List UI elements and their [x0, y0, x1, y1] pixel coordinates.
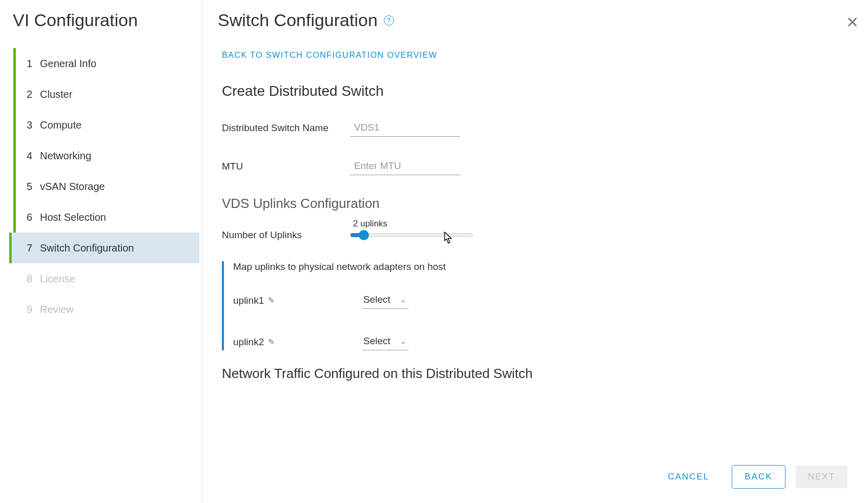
- vds-uplinks-title: VDS Uplinks Configuration: [222, 196, 848, 212]
- edit-icon[interactable]: ✎: [268, 337, 275, 347]
- step-number: 9: [27, 304, 40, 316]
- step-label: Review: [40, 304, 74, 316]
- step-general-info[interactable]: 1 General Info: [16, 48, 202, 79]
- uplink2-row: uplink2 ✎ Select ⌄: [233, 333, 848, 350]
- edit-icon[interactable]: ✎: [268, 296, 275, 305]
- uplink2-select[interactable]: Select ⌄: [362, 333, 408, 350]
- step-host-selection[interactable]: 6 Host Selection: [16, 202, 202, 233]
- step-networking[interactable]: 4 Networking: [16, 140, 202, 171]
- back-button[interactable]: BACK: [732, 465, 785, 489]
- uplink2-name: uplink2 ✎: [233, 337, 362, 348]
- step-number: 1: [27, 58, 40, 70]
- uplink1-name: uplink1 ✎: [233, 295, 362, 306]
- slider-thumb[interactable]: [359, 230, 369, 240]
- page-header: Switch Configuration ?: [218, 10, 848, 30]
- uplinks-row: Number of Uplinks 2 uplinks: [222, 229, 848, 241]
- uplinks-slider[interactable]: 2 uplinks: [350, 233, 473, 237]
- step-switch-configuration[interactable]: 7 Switch Configuration: [12, 233, 199, 263]
- ds-name-label: Distributed Switch Name: [222, 122, 350, 134]
- step-label: Networking: [40, 150, 91, 162]
- step-label: vSAN Storage: [40, 181, 105, 193]
- step-number: 8: [27, 273, 40, 285]
- step-number: 6: [27, 212, 40, 223]
- step-vsan-storage[interactable]: 5 vSAN Storage: [16, 171, 202, 202]
- create-ds-title: Create Distributed Switch: [222, 83, 848, 99]
- uplink1-select[interactable]: Select ⌄: [362, 292, 408, 309]
- select-value: Select: [363, 294, 390, 305]
- step-number: 2: [27, 89, 40, 100]
- back-to-overview-link[interactable]: BACK TO SWITCH CONFIGURATION OVERVIEW: [222, 51, 438, 60]
- close-icon[interactable]: ✕: [846, 13, 859, 31]
- main-panel: Switch Configuration ? ✕ BACK TO SWITCH …: [202, 0, 868, 503]
- step-review: 9 Review: [16, 294, 202, 325]
- step-number: 3: [27, 119, 40, 131]
- step-number: 7: [27, 242, 40, 254]
- help-icon[interactable]: ?: [384, 15, 394, 26]
- chevron-down-icon: ⌄: [400, 337, 406, 345]
- mtu-row: MTU: [222, 157, 848, 175]
- network-traffic-title: Network Traffic Configured on this Distr…: [222, 366, 848, 382]
- step-number: 5: [27, 181, 40, 193]
- step-label: General Info: [40, 58, 96, 70]
- uplink-mapping-hint: Map uplinks to physical network adapters…: [233, 261, 848, 273]
- sidebar-title: VI Configuration: [10, 10, 202, 30]
- step-label: Host Selection: [40, 212, 106, 223]
- step-label: Compute: [40, 119, 81, 131]
- cursor-pointer-icon: [444, 232, 454, 245]
- uplink1-row: uplink1 ✎ Select ⌄: [233, 292, 848, 309]
- select-value: Select: [363, 336, 390, 347]
- step-label: License: [40, 273, 75, 285]
- wizard-footer: CANCEL BACK NEXT: [655, 465, 848, 489]
- next-button: NEXT: [796, 466, 848, 488]
- slider-track[interactable]: [350, 233, 473, 237]
- chevron-down-icon: ⌄: [400, 296, 406, 304]
- step-label: Cluster: [40, 89, 72, 100]
- step-label: Switch Configuration: [40, 242, 134, 254]
- cancel-button[interactable]: CANCEL: [655, 466, 721, 488]
- step-license: 8 License: [16, 263, 202, 294]
- step-compute[interactable]: 3 Compute: [16, 110, 202, 140]
- mtu-label: MTU: [222, 161, 350, 172]
- wizard-sidebar: VI Configuration 1 General Info 2 Cluste…: [0, 0, 202, 503]
- page-title: Switch Configuration: [218, 10, 378, 30]
- uplinks-count-label: Number of Uplinks: [222, 229, 350, 241]
- wizard-steps: 1 General Info 2 Cluster 3 Compute 4 Net…: [10, 48, 202, 325]
- uplink1-label: uplink1: [233, 295, 264, 306]
- step-number: 4: [27, 150, 40, 162]
- uplink2-label: uplink2: [233, 337, 264, 348]
- step-cluster[interactable]: 2 Cluster: [16, 79, 202, 110]
- uplink-mapping-block: Map uplinks to physical network adapters…: [222, 261, 848, 350]
- mtu-input[interactable]: [350, 157, 460, 175]
- ds-name-row: Distributed Switch Name: [222, 119, 848, 137]
- ds-name-input[interactable]: [350, 119, 460, 137]
- slider-caption: 2 uplinks: [353, 219, 387, 229]
